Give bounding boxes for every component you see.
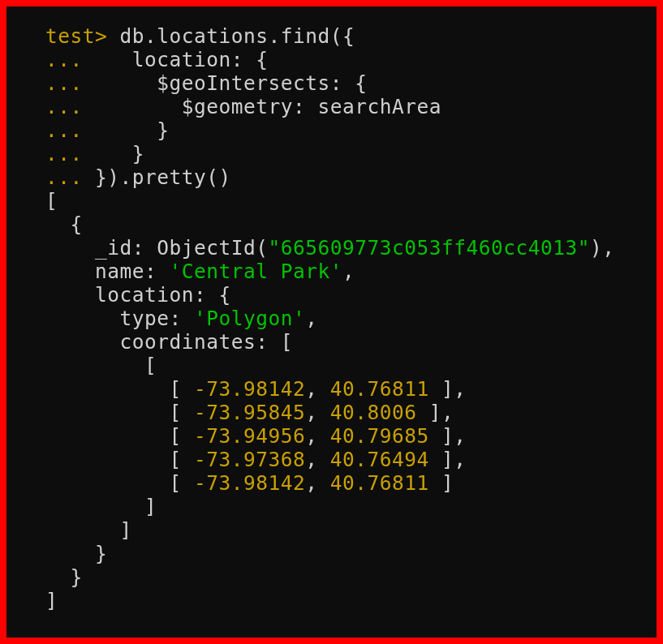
array-close: ] [45,589,58,612]
object-close: } [71,565,83,589]
coord-value: 40.76494 [330,448,429,471]
objectid-value: "665609773c053ff460cc4013" [269,236,591,260]
coord-value: -73.98142 [194,471,305,495]
objectid-label: ObjectId [157,236,256,260]
query-line: }).pretty() [95,165,231,189]
type-value: 'Polygon' [194,307,305,330]
query-line: location: { [132,48,269,71]
brace: } [157,118,169,142]
continuation: ... [45,48,83,71]
coordinates-key: coordinates: [120,330,269,354]
type-key: type: [120,307,182,330]
continuation: ... [45,142,83,165]
array-open: [ [45,189,58,213]
coord-value: 40.76811 [330,471,429,495]
coord-value: 40.79685 [330,424,429,448]
coord-value: -73.98142 [194,377,305,401]
continuation: ... [45,165,83,189]
id-key: _id: [95,236,144,260]
coord-value: -73.94956 [194,424,305,448]
object-open: { [71,213,83,236]
coord-value: -73.97368 [194,448,305,471]
continuation: ... [45,95,83,118]
coord-value: -73.95845 [194,401,305,424]
query-line: $geoIntersects: { [157,71,367,95]
query-identifier: searchArea [318,95,442,118]
name-key: name: [95,260,157,283]
query-line: db.locations.find({ [120,24,355,48]
prompt[interactable]: test> [45,24,107,48]
coord-value: 40.8006 [330,401,417,424]
brace: } [132,142,144,165]
continuation: ... [45,118,83,142]
continuation: ... [45,71,83,95]
query-line: $geometry: [182,95,306,118]
coord-value: 40.76811 [330,377,429,401]
terminal-output: test> db.locations.find({ ... location: … [45,24,657,612]
location-key: location: [95,283,206,307]
name-value: 'Central Park' [170,260,343,283]
terminal-frame: test> db.locations.find({ ... location: … [0,0,663,644]
